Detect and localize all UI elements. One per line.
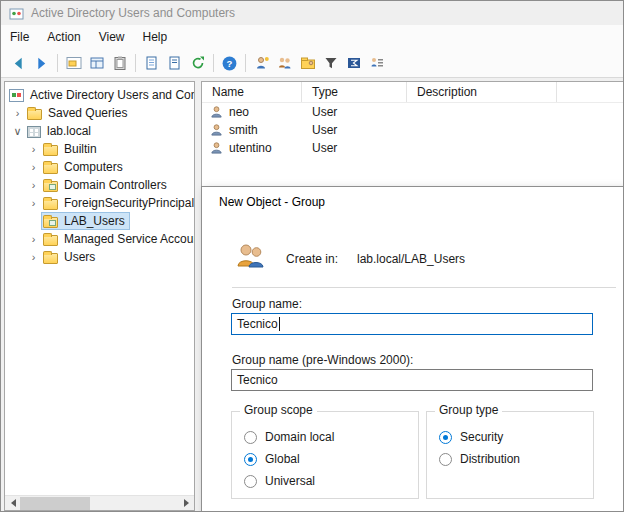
chevron-down-icon[interactable]: ∨	[10, 125, 25, 138]
tree-item-lab-local[interactable]: ∨ lab.local	[5, 122, 194, 140]
toolbar-separator	[213, 54, 214, 72]
group-icon	[235, 242, 265, 273]
tree-item-saved-queries[interactable]: › Saved Queries	[5, 104, 194, 122]
radio-global[interactable]: Global	[244, 448, 418, 470]
menu-view[interactable]: View	[90, 25, 134, 49]
menu-action[interactable]: Action	[38, 25, 89, 49]
toolbar-separator	[57, 54, 58, 72]
toolbar-separator	[135, 54, 136, 72]
pre2000-input[interactable]: Tecnico	[231, 369, 593, 391]
radio-icon[interactable]	[439, 431, 452, 444]
user-type: User	[302, 123, 407, 137]
group-name-input[interactable]: Tecnico	[231, 313, 593, 335]
scrollbar-thumb[interactable]	[20, 497, 90, 510]
list-item-smith[interactable]: smith User	[202, 121, 623, 139]
clipboard-icon[interactable]	[108, 52, 131, 75]
export-list-icon[interactable]	[140, 52, 163, 75]
radio-icon[interactable]	[439, 453, 452, 466]
user-icon	[210, 141, 223, 155]
group-name-label: Group name:	[232, 297, 302, 311]
scroll-left-button[interactable]	[5, 496, 20, 511]
user-name: smith	[229, 123, 258, 137]
svg-text:?: ?	[227, 58, 233, 69]
tree-item-builtin[interactable]: › Builtin	[5, 140, 194, 158]
radio-label: Global	[265, 452, 300, 466]
toolbar: ?	[1, 49, 623, 78]
help-icon[interactable]: ?	[218, 52, 241, 75]
group-type-box: Group type Security Distribution	[426, 411, 594, 499]
new-ou-icon[interactable]	[296, 52, 319, 75]
radio-icon[interactable]	[244, 431, 257, 444]
document-icon[interactable]	[163, 52, 186, 75]
separator	[232, 287, 616, 288]
tree-item-label: Active Directory Users and Com	[29, 88, 195, 102]
chevron-right-icon[interactable]: ›	[26, 233, 41, 245]
chevron-right-icon[interactable]: ›	[26, 161, 41, 173]
new-object-group-dialog: New Object - Group Create in: lab.local/…	[201, 186, 624, 512]
text-caret	[279, 317, 280, 331]
tree-item-computers[interactable]: › Computers	[5, 158, 194, 176]
tree-item-label: Computers	[63, 160, 124, 174]
domain-icon	[27, 126, 41, 138]
radio-label: Security	[460, 430, 503, 444]
chevron-right-icon[interactable]: ›	[10, 107, 25, 119]
tree-item-lab-users[interactable]: LAB_Users	[5, 212, 194, 230]
new-group-icon[interactable]	[273, 52, 296, 75]
chevron-right-icon[interactable]: ›	[26, 251, 41, 263]
radio-distribution[interactable]: Distribution	[439, 448, 593, 470]
new-user-icon[interactable]	[250, 52, 273, 75]
list-item-neo[interactable]: neo User	[202, 103, 623, 121]
radio-icon[interactable]	[244, 453, 257, 466]
tree-item-label: Users	[63, 250, 96, 264]
dialog-title: New Object - Group	[202, 187, 624, 217]
folder-icon	[43, 199, 58, 210]
radio-icon[interactable]	[244, 475, 257, 488]
tree-item-root[interactable]: Active Directory Users and Com	[5, 86, 194, 104]
forward-icon[interactable]	[30, 52, 53, 75]
tree-item-managed-service-accounts[interactable]: › Managed Service Accoun	[5, 230, 194, 248]
user-name: neo	[229, 105, 249, 119]
tree-item-label: Domain Controllers	[63, 178, 168, 192]
filter-icon[interactable]	[319, 52, 342, 75]
radio-security[interactable]: Security	[439, 426, 593, 448]
tree-item-users[interactable]: › Users	[5, 248, 194, 266]
properties-icon[interactable]	[85, 52, 108, 75]
menu-help[interactable]: Help	[134, 25, 177, 49]
tree-item-label: ForeignSecurityPrincipals	[63, 196, 195, 210]
column-header-description[interactable]: Description	[407, 82, 557, 102]
column-header-type[interactable]: Type	[302, 82, 407, 102]
folder-icon	[43, 253, 58, 264]
pre2000-label: Group name (pre-Windows 2000):	[232, 353, 413, 367]
create-in-label: Create in:	[286, 252, 338, 266]
list-item-utentino[interactable]: utentino User	[202, 139, 623, 157]
chevron-right-icon[interactable]: ›	[26, 197, 41, 209]
column-header-name[interactable]: Name	[202, 82, 302, 102]
radio-universal[interactable]: Universal	[244, 470, 418, 492]
members-icon[interactable]	[365, 52, 388, 75]
tree-horizontal-scrollbar[interactable]	[5, 495, 194, 510]
console-tree-icon[interactable]	[62, 52, 85, 75]
ou-folder-icon	[43, 217, 58, 228]
scrollbar-track[interactable]	[20, 496, 179, 511]
app-icon	[9, 6, 24, 21]
back-icon[interactable]	[7, 52, 30, 75]
folder-icon	[27, 109, 42, 120]
ou-folder-icon	[43, 181, 58, 192]
chevron-right-icon[interactable]: ›	[26, 143, 41, 155]
menu-file[interactable]: File	[1, 25, 38, 49]
folder-icon	[43, 145, 58, 156]
refresh-icon[interactable]	[186, 52, 209, 75]
radio-domain-local[interactable]: Domain local	[244, 426, 418, 448]
tree-item-domain-controllers[interactable]: › Domain Controllers	[5, 176, 194, 194]
advanced-icon[interactable]	[342, 52, 365, 75]
scroll-right-button[interactable]	[179, 496, 194, 511]
toolbar-separator	[245, 54, 246, 72]
chevron-right-icon[interactable]: ›	[26, 179, 41, 191]
tree-item-foreign-security-principals[interactable]: › ForeignSecurityPrincipals	[5, 194, 194, 212]
radio-label: Domain local	[265, 430, 334, 444]
user-name: utentino	[229, 141, 272, 155]
radio-label: Universal	[265, 474, 315, 488]
title-bar: Active Directory Users and Computers	[1, 1, 623, 25]
ad-root-icon	[9, 89, 24, 102]
list-header: Name Type Description	[202, 82, 623, 103]
